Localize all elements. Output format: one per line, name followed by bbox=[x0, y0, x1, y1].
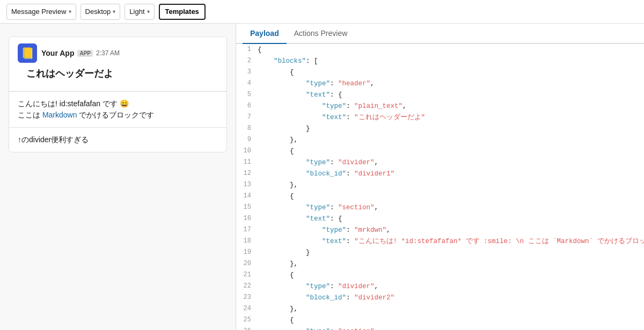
section2-text: ↑のdivider便利すぎる bbox=[18, 135, 89, 144]
line-content: }, bbox=[258, 258, 644, 269]
code-line: 14 { bbox=[236, 190, 644, 202]
line-content: "type": "divider", bbox=[258, 281, 644, 292]
line-content: "text": { bbox=[258, 213, 644, 224]
line-number: 24 bbox=[236, 303, 258, 314]
line-number: 21 bbox=[236, 269, 258, 281]
line-content: "type": "section", bbox=[258, 202, 644, 213]
code-line: 26 "type": "section", bbox=[236, 326, 644, 330]
line-number: 23 bbox=[236, 292, 258, 303]
code-line: 3 { bbox=[236, 67, 644, 78]
code-panel: Payload Actions Preview 1{2 "blocks": [3… bbox=[236, 24, 644, 330]
code-line: 16 "text": { bbox=[236, 213, 644, 224]
line-content: }, bbox=[258, 303, 644, 314]
code-line: 22 "type": "divider", bbox=[236, 281, 644, 292]
line-content: "type": "section", bbox=[258, 326, 644, 330]
templates-button[interactable]: Templates bbox=[159, 4, 206, 20]
message-title: これはヘッダーだよ bbox=[18, 67, 218, 86]
line-content: "type": "header", bbox=[258, 78, 644, 89]
app-badge: APP bbox=[77, 50, 93, 57]
line-content: { bbox=[258, 145, 644, 157]
code-line: 9 }, bbox=[236, 134, 644, 145]
line-content: } bbox=[258, 123, 644, 134]
code-line: 24 }, bbox=[236, 303, 644, 314]
line-content: "blocks": [ bbox=[258, 55, 644, 67]
code-line: 10 { bbox=[236, 145, 644, 157]
line-number: 11 bbox=[236, 157, 258, 168]
code-editor[interactable]: 1{2 "blocks": [3 {4 "type": "header",5 "… bbox=[236, 44, 644, 330]
code-line: 2 "blocks": [ bbox=[236, 55, 644, 67]
line-number: 17 bbox=[236, 224, 258, 236]
line-content: { bbox=[258, 67, 644, 78]
preview-panel: 📒 Your App APP 2:37 AM これはヘッダーだよ bbox=[0, 24, 236, 330]
code-line: 17 "type": "mrkdwn", bbox=[236, 224, 644, 236]
line-number: 25 bbox=[236, 314, 258, 326]
line-number: 6 bbox=[236, 100, 258, 112]
line-number: 4 bbox=[236, 78, 258, 89]
line-content: { bbox=[258, 314, 644, 326]
message-section-1: こんにちは! id:stefafafan です 😄 ここは Markdown で… bbox=[9, 92, 226, 127]
line-content: "text": "これはヘッダーだよ" bbox=[258, 112, 644, 123]
line-number: 5 bbox=[236, 89, 258, 100]
line-content: "type": "divider", bbox=[258, 157, 644, 168]
line-content: }, bbox=[258, 179, 644, 190]
line-number: 1 bbox=[236, 44, 258, 55]
message-preview-select[interactable]: Message Preview ▾ bbox=[6, 4, 76, 20]
line-number: 13 bbox=[236, 179, 258, 190]
code-line: 4 "type": "header", bbox=[236, 78, 644, 89]
app-icon: 📒 bbox=[18, 43, 37, 63]
line-content: "block_id": "divider2" bbox=[258, 292, 644, 303]
app-name-row: Your App APP 2:37 AM bbox=[41, 49, 120, 57]
light-label: Light bbox=[129, 8, 144, 16]
code-line: 23 "block_id": "divider2" bbox=[236, 292, 644, 303]
message-preview-label: Message Preview bbox=[11, 8, 67, 16]
message-text-2: ↑のdivider便利すぎる bbox=[18, 134, 218, 145]
code-line: 8 } bbox=[236, 123, 644, 134]
section1-line2-suffix: でかけるブロックです bbox=[77, 111, 154, 119]
section1-line1: こんにちは! id:stefafafan です 😄 bbox=[18, 99, 129, 108]
code-line: 7 "text": "これはヘッダーだよ" bbox=[236, 112, 644, 123]
line-content: { bbox=[258, 44, 644, 55]
chevron-down-icon: ▾ bbox=[113, 9, 115, 14]
line-number: 12 bbox=[236, 168, 258, 179]
line-content: }, bbox=[258, 134, 644, 145]
tabs-row: Payload Actions Preview bbox=[236, 24, 644, 44]
tab-actions-preview[interactable]: Actions Preview bbox=[287, 24, 355, 44]
line-number: 3 bbox=[236, 67, 258, 78]
code-line: 20 }, bbox=[236, 258, 644, 269]
line-content: "type": "plain_text", bbox=[258, 100, 644, 112]
line-content: "text": "こんにちは! *id:stefafafan* です :smil… bbox=[258, 236, 644, 247]
line-number: 26 bbox=[236, 326, 258, 330]
line-content: "text": { bbox=[258, 89, 644, 100]
line-content: { bbox=[258, 269, 644, 281]
message-section-2: ↑のdivider便利すぎる bbox=[9, 128, 226, 152]
code-line: 12 "block_id": "divider1" bbox=[236, 168, 644, 179]
line-number: 18 bbox=[236, 236, 258, 247]
message-text-1: こんにちは! id:stefafafan です 😄 ここは Markdown で… bbox=[18, 98, 218, 121]
line-number: 10 bbox=[236, 145, 258, 157]
section1-line2-prefix: ここは bbox=[18, 111, 42, 119]
markdown-link[interactable]: Markdown bbox=[42, 111, 77, 119]
message-header-block: 📒 Your App APP 2:37 AM これはヘッダーだよ bbox=[9, 37, 226, 91]
light-select[interactable]: Light ▾ bbox=[125, 4, 154, 20]
code-line: 19 } bbox=[236, 247, 644, 258]
line-content: } bbox=[258, 247, 644, 258]
code-line: 21 { bbox=[236, 269, 644, 281]
app-time: 2:37 AM bbox=[96, 49, 120, 57]
line-number: 9 bbox=[236, 134, 258, 145]
app-name: Your App bbox=[41, 49, 74, 57]
app-info: 📒 Your App APP 2:37 AM bbox=[18, 43, 218, 63]
code-line: 1{ bbox=[236, 44, 644, 55]
tab-payload[interactable]: Payload bbox=[243, 24, 287, 44]
line-content: "block_id": "divider1" bbox=[258, 168, 644, 179]
code-line: 18 "text": "こんにちは! *id:stefafafan* です :s… bbox=[236, 236, 644, 247]
desktop-select[interactable]: Desktop ▾ bbox=[80, 4, 121, 20]
toolbar: Message Preview ▾ Desktop ▾ Light ▾ Temp… bbox=[0, 0, 644, 24]
code-line: 15 "type": "section", bbox=[236, 202, 644, 213]
line-number: 8 bbox=[236, 123, 258, 134]
desktop-label: Desktop bbox=[85, 8, 111, 16]
line-number: 7 bbox=[236, 112, 258, 123]
chevron-down-icon: ▾ bbox=[147, 9, 150, 14]
line-number: 15 bbox=[236, 202, 258, 213]
chevron-down-icon: ▾ bbox=[69, 9, 71, 14]
message-container: 📒 Your App APP 2:37 AM これはヘッダーだよ bbox=[0, 24, 236, 165]
